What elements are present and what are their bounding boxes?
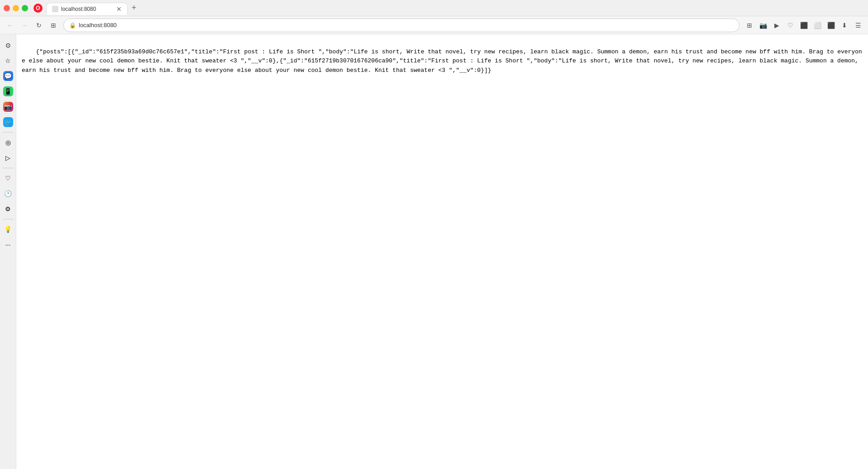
window-controls: ✕ − +	[4, 5, 28, 11]
sidebar-divider-3	[3, 219, 14, 219]
page-content: {"posts":[{"_id":"615f235b93a69d0c76c657…	[16, 34, 868, 469]
history-icon: 🕐	[3, 189, 13, 199]
sidebar-item-messenger[interactable]: 💬	[1, 69, 15, 83]
tab-grid-button[interactable]: ⊞	[47, 19, 60, 32]
sidebar-item-pinboard[interactable]: ◎	[1, 135, 15, 150]
active-tab[interactable]: localhost:8080 ✕	[46, 3, 128, 15]
tab-title: localhost:8080	[61, 6, 114, 12]
address-bar[interactable]: 🔒	[63, 19, 739, 32]
new-tab-button[interactable]: +	[128, 2, 140, 14]
sidebar-item-settings[interactable]: ⚙	[1, 202, 15, 216]
heart-button[interactable]: ♡	[784, 19, 796, 32]
twitter-icon: 🐦	[3, 117, 13, 127]
minimize-button[interactable]: −	[13, 5, 19, 11]
toolbar: ← → ↻ ⊞ 🔒 ⊞ 📷 ▶ ♡ ⬛ ⬜ ⬛ ⬇ ☰	[0, 16, 868, 34]
tab-favicon-icon	[52, 6, 58, 12]
download-button[interactable]: ⬇	[838, 19, 851, 32]
crypto-button[interactable]: ⬜	[811, 19, 824, 32]
main-layout: ⊙ ☆ 💬 📱 📷 🐦 ◎ ▷ ♡ 🕐 ⚙	[0, 34, 868, 469]
sidebar-divider-2	[3, 168, 14, 168]
sidebar-divider-1	[3, 132, 14, 133]
title-bar: ✕ − + O localhost:8080 ✕ +	[0, 0, 868, 16]
sidebar-item-history[interactable]: 🕐	[1, 186, 15, 201]
back-button[interactable]: ←	[4, 19, 16, 32]
settings-icon: ⚙	[3, 204, 13, 214]
tab-bar: localhost:8080 ✕ +	[46, 1, 864, 15]
tips-icon: 💡	[3, 224, 13, 234]
sidebar-item-twitter[interactable]: 🐦	[1, 115, 15, 129]
sidebar-item-myflow[interactable]: ⊙	[1, 38, 15, 52]
more-icon: ···	[3, 240, 13, 250]
json-content: {"posts":[{"_id":"615f235b93a69d0c76c657…	[22, 48, 862, 74]
maximize-button[interactable]: +	[22, 5, 28, 11]
opera-menu-button[interactable]: ⬛	[797, 19, 810, 32]
sidebar-item-instagram[interactable]: 📷	[1, 99, 15, 114]
sidebar-item-tips[interactable]: 💡	[1, 222, 15, 237]
player-button[interactable]: ▶	[770, 19, 783, 32]
lock-icon: 🔒	[69, 22, 76, 28]
sidebar-item-bookmarks[interactable]: ☆	[1, 53, 15, 68]
sidebar-toggle-button[interactable]: ⬛	[825, 19, 837, 32]
screenshot-button[interactable]: 📷	[757, 19, 769, 32]
sidebar-item-whatsapp[interactable]: 📱	[1, 84, 15, 99]
whatsapp-icon: 📱	[3, 86, 13, 96]
close-button[interactable]: ✕	[4, 5, 10, 11]
myflow-icon: ⊙	[3, 40, 13, 50]
toolbar-right: ⊞ 📷 ▶ ♡ ⬛ ⬜ ⬛ ⬇ ☰	[743, 19, 864, 32]
address-input[interactable]	[79, 22, 734, 28]
bookmarks-icon: ☆	[3, 56, 13, 66]
pinboard-icon: ◎	[3, 137, 13, 147]
wishlist-icon: ♡	[3, 173, 13, 183]
opera-logo-icon[interactable]: O	[33, 4, 43, 13]
player-icon: ▷	[3, 153, 13, 163]
tab-close-button[interactable]: ✕	[116, 6, 122, 12]
menu-button[interactable]: ☰	[852, 19, 864, 32]
extensions-button[interactable]: ⊞	[743, 19, 756, 32]
sidebar-item-wishlist[interactable]: ♡	[1, 171, 15, 185]
sidebar-item-player[interactable]: ▷	[1, 151, 15, 165]
instagram-icon: 📷	[3, 102, 13, 112]
reload-button[interactable]: ↻	[33, 19, 45, 32]
sidebar: ⊙ ☆ 💬 📱 📷 🐦 ◎ ▷ ♡ 🕐 ⚙	[0, 34, 16, 469]
sidebar-item-more[interactable]: ···	[1, 237, 15, 252]
forward-button[interactable]: →	[18, 19, 31, 32]
messenger-icon: 💬	[3, 71, 13, 81]
